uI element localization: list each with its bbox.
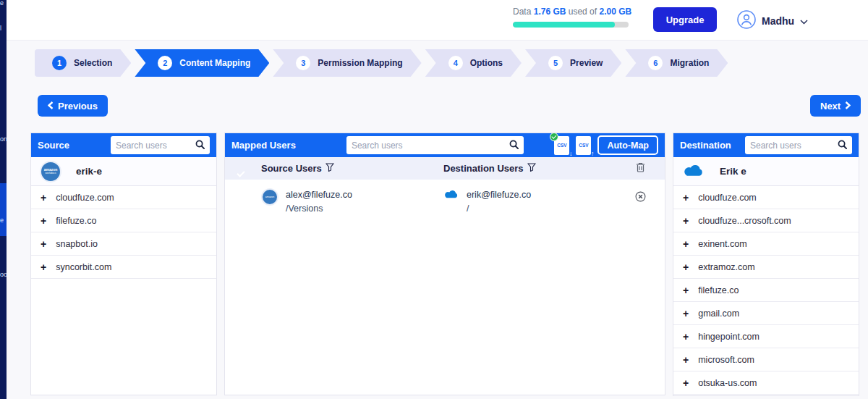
source-domain-item[interactable]: + syncorbit.com <box>31 256 216 279</box>
mapped-users-panel: Mapped Users CSV ↓ CSV ↑ Auto-Map Source… <box>224 133 665 395</box>
previous-label: Previous <box>58 101 98 112</box>
search-icon <box>195 139 205 152</box>
mapped-search[interactable] <box>346 136 524 154</box>
destination-search[interactable] <box>745 136 852 154</box>
plus-icon[interactable]: + <box>683 332 689 342</box>
domain-label: microsoft.com <box>698 355 754 365</box>
previous-button[interactable]: Previous <box>38 95 108 117</box>
plus-icon[interactable]: + <box>683 193 689 203</box>
remove-icon[interactable] <box>626 188 655 202</box>
step-permission-mapping[interactable]: 3 Permission Mapping <box>273 49 421 77</box>
usage-used-value: 1.76 GB <box>534 7 566 17</box>
destination-panel-header: Destination <box>673 133 859 157</box>
csv-export-icon[interactable]: CSV ↓ <box>554 136 569 155</box>
usage-progressbar <box>513 22 629 28</box>
csv-import-icon[interactable]: CSV ↑ <box>576 136 591 155</box>
sidebar-active-item[interactable] <box>0 183 7 236</box>
source-user-email: alex@filefuze.co <box>286 190 352 200</box>
destination-domain-item[interactable]: + cloudfuze...crosoft.com <box>673 209 859 232</box>
chevron-right-icon <box>845 101 851 112</box>
destination-domain-item[interactable]: + cloudfuze.com <box>673 186 859 209</box>
domain-label: gmail.com <box>698 308 739 319</box>
plus-icon[interactable]: + <box>683 262 689 272</box>
destination-user-cell: erik@filefuze.co / <box>443 188 626 216</box>
destination-users-column-header[interactable]: Destination Users <box>443 163 524 174</box>
source-domain-item[interactable]: + snapbot.io <box>31 232 216 256</box>
plus-icon[interactable]: + <box>683 378 689 388</box>
user-menu[interactable]: Madhu <box>737 10 808 32</box>
step-options[interactable]: 4 Options <box>425 49 522 77</box>
mapped-table-header: Source Users Destination Users <box>225 157 665 180</box>
domain-label: filefuze.co <box>56 216 96 226</box>
plus-icon[interactable]: + <box>683 239 689 249</box>
step-preview[interactable]: 5 Preview <box>525 49 621 77</box>
step-number: 5 <box>548 56 563 70</box>
trash-icon[interactable] <box>636 162 645 175</box>
destination-domain-item[interactable]: + exinent.com <box>673 232 859 256</box>
domain-label: snapbot.io <box>56 239 98 249</box>
usage-progress-fill <box>513 22 615 28</box>
domain-label: syncorbit.com <box>56 262 111 272</box>
arrow-up-icon: ↑ <box>591 150 595 157</box>
domain-label: cloudfuze.com <box>56 193 114 203</box>
arrow-down-icon: ↓ <box>569 150 573 157</box>
plus-icon[interactable]: + <box>41 193 46 203</box>
plus-icon[interactable]: + <box>683 355 689 365</box>
collapsed-sidebar[interactable]: e l on e oo <box>0 0 7 399</box>
sidebar-item-fragment: on <box>0 136 7 143</box>
destination-account-row[interactable]: Erik e <box>673 157 859 186</box>
source-search[interactable] <box>111 136 210 154</box>
mapped-panel-title: Mapped Users <box>231 140 296 151</box>
domain-label: exinent.com <box>698 239 746 249</box>
chevron-down-icon <box>800 14 808 28</box>
search-icon <box>838 139 847 152</box>
source-domain-item[interactable]: + filefuze.co <box>31 209 216 232</box>
domain-label: otsuka-us.com <box>698 378 757 388</box>
data-usage-label: Data 1.76 GB used of 2.00 GB <box>513 7 629 17</box>
destination-domain-item[interactable]: + gmail.com <box>673 302 859 325</box>
next-label: Next <box>820 101 841 112</box>
destination-domain-item[interactable]: + filefuze.co <box>673 279 859 302</box>
step-selection[interactable]: 1 Selection <box>35 49 131 77</box>
plus-icon[interactable]: + <box>41 239 46 249</box>
step-label: Content Mapping <box>179 58 250 68</box>
mapped-search-input[interactable] <box>352 140 509 151</box>
plus-icon[interactable]: + <box>41 262 46 272</box>
destination-domain-item[interactable]: + otsuka-us.com <box>673 371 859 395</box>
auto-map-button[interactable]: Auto-Map <box>597 135 658 155</box>
source-user-path: /Versions <box>286 203 323 214</box>
csv-actions: CSV ↓ CSV ↑ Auto-Map <box>554 135 658 155</box>
source-domain-item[interactable]: + cloudfuze.com <box>31 186 216 209</box>
step-label: Selection <box>74 58 112 68</box>
plus-icon[interactable]: + <box>683 308 689 319</box>
destination-search-input[interactable] <box>750 140 838 151</box>
source-search-input[interactable] <box>116 140 195 151</box>
source-account-row[interactable]: amazon workdocs erik-e <box>31 157 216 186</box>
sidebar-item-fragment: e <box>0 217 4 224</box>
filter-icon[interactable] <box>326 163 334 174</box>
upgrade-button[interactable]: Upgrade <box>653 7 717 32</box>
destination-domain-item[interactable]: + extramoz.com <box>673 256 859 279</box>
plus-icon[interactable]: + <box>41 216 46 226</box>
destination-user-email: erik@filefuze.co <box>467 190 531 200</box>
next-button[interactable]: Next <box>810 95 861 117</box>
mapped-panel-header: Mapped Users CSV ↓ CSV ↑ Auto-Map <box>225 133 665 157</box>
destination-user-path: / <box>467 203 469 214</box>
usage-middle: used of <box>569 7 597 17</box>
destination-domain-item[interactable]: + microsoft.com <box>673 348 859 371</box>
wizard-stepper: 1 Selection 2 Content Mapping 3 Permissi… <box>35 49 728 77</box>
plus-icon[interactable]: + <box>683 285 689 295</box>
plus-icon[interactable]: + <box>683 216 689 226</box>
filter-icon[interactable] <box>527 163 536 174</box>
workdocs-label: amazon <box>44 168 58 172</box>
domain-label: filefuze.co <box>698 285 739 295</box>
step-migration[interactable]: 6 Migration <box>625 49 728 77</box>
workdocs-icon: amazon workdocs <box>40 161 61 182</box>
sidebar-item-fragment: oo <box>0 272 7 278</box>
destination-domain-item[interactable]: + hingepoint.com <box>673 325 859 348</box>
step-content-mapping[interactable]: 2 Content Mapping <box>135 49 269 77</box>
source-users-column-header[interactable]: Source Users <box>261 163 322 174</box>
page: { "colors": { "accent": "#1267f2", "upgr… <box>0 0 868 399</box>
topbar: Data 1.76 GB used of 2.00 GB Upgrade Mad… <box>7 0 868 41</box>
step-label: Preview <box>570 58 603 68</box>
